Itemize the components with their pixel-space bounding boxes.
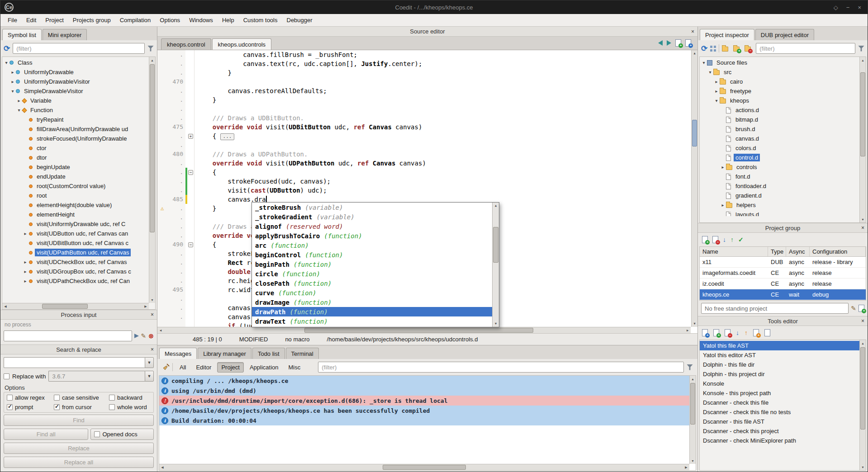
- symbol-tree-item[interactable]: root(CustomControl value): [2, 181, 149, 191]
- add-folder-icon[interactable]: +: [733, 47, 740, 52]
- new-tool-icon[interactable]: +: [713, 329, 719, 336]
- remove-project-icon[interactable]: −: [712, 236, 718, 243]
- tab-messages[interactable]: Messages: [159, 348, 197, 359]
- file-tree-item[interactable]: ▾Source files: [700, 58, 859, 67]
- symbol-tree-item[interactable]: ctor: [2, 143, 149, 153]
- replace-all-button[interactable]: Replace all: [4, 457, 154, 468]
- send-input-icon[interactable]: [134, 334, 139, 338]
- close-source-editor-icon[interactable]: ×: [691, 28, 694, 35]
- completion-item[interactable]: curve(function): [252, 288, 492, 297]
- editor-vscrollbar[interactable]: ▲▼: [691, 50, 697, 327]
- checkbox-from-cursor[interactable]: from cursor: [54, 404, 109, 411]
- find-button[interactable]: Find: [4, 415, 154, 426]
- column-header-name[interactable]: Name: [700, 247, 768, 256]
- new-document-icon[interactable]: +: [675, 39, 681, 47]
- symbol-tree-hscrollbar[interactable]: ◀▶: [2, 303, 149, 309]
- symbol-tree-item[interactable]: visit(UniformlyDrawable udc, ref C: [2, 219, 149, 229]
- pen-icon[interactable]: ✎: [141, 333, 147, 339]
- completion-item[interactable]: alignof(reserved word): [252, 222, 492, 231]
- replace-button[interactable]: Replace: [4, 443, 154, 454]
- menu-options[interactable]: Options: [155, 14, 185, 26]
- code-line[interactable]: . override void visit(UDPathButton udc, …: [157, 159, 691, 168]
- remove-tool-icon[interactable]: −: [725, 329, 730, 336]
- menu-projects-group[interactable]: Projects group: [68, 14, 115, 26]
- code-line[interactable]: 475 override void visit(UDBitButton udc,…: [157, 123, 691, 132]
- refresh-project-icon[interactable]: ⟳: [701, 45, 707, 52]
- checkbox-case-sensitive[interactable]: case sensitive: [54, 394, 109, 401]
- opened-docs-checkbox[interactable]: Opened docs: [90, 429, 154, 440]
- symbol-tree-item[interactable]: ▾Class: [2, 58, 149, 67]
- add-document-icon[interactable]: +: [685, 39, 691, 47]
- symbol-tree-item[interactable]: root: [2, 191, 149, 200]
- menu-edit[interactable]: Edit: [22, 14, 41, 26]
- folded-block[interactable]: ...: [220, 133, 235, 140]
- completion-item[interactable]: circle(function): [252, 269, 492, 278]
- file-tree-item[interactable]: ▸controls: [700, 162, 859, 172]
- file-tree-item[interactable]: brush.d: [700, 124, 859, 134]
- symbol-tree-item[interactable]: ▸visit(UDPathCheckBox udc, ref Can: [2, 276, 149, 286]
- column-header-type[interactable]: Type: [768, 247, 786, 256]
- symbol-tree-item[interactable]: visit(UDBitButton udc, ref Canvas c: [2, 238, 149, 248]
- file-tree-item[interactable]: ▸freetype: [700, 86, 859, 96]
- file-tree-item[interactable]: ▾kheops: [700, 96, 859, 105]
- tab-terminal[interactable]: Terminal: [286, 348, 319, 359]
- symbol-tree-item[interactable]: elementHeight(double value): [2, 200, 149, 210]
- window-maximize-button[interactable]: ◇: [834, 4, 838, 11]
- move-project-up-icon[interactable]: ↑: [730, 236, 734, 243]
- code-line[interactable]: . canvas.restoreAllDefaults;: [157, 86, 691, 95]
- symbol-tree-item[interactable]: endUpdate: [2, 172, 149, 181]
- completion-item[interactable]: drawText(function): [252, 316, 492, 326]
- message-row[interactable]: icompiling / ... /kheops/kheops.ce: [159, 376, 689, 386]
- replace-dropdown-icon[interactable]: ▼: [145, 371, 154, 382]
- symbol-tree-item[interactable]: visit(UDPathButton udc, ref Canvas: [2, 248, 149, 257]
- file-tree-item[interactable]: layouts.d: [700, 210, 859, 216]
- replace-with-checkbox[interactable]: [4, 373, 9, 379]
- project-row-imageformats-coedit[interactable]: imageformats.coeditCEasyncrelease: [700, 268, 866, 278]
- code-line[interactable]: . }: [157, 68, 691, 77]
- menu-custom-tools[interactable]: Custom tools: [239, 14, 282, 26]
- folder-icon[interactable]: [722, 47, 728, 52]
- tool-item-dscanner-check-this-file[interactable]: Dscanner - check this file: [700, 398, 859, 407]
- symbol-tree-vscrollbar[interactable]: ▲▼: [149, 57, 155, 303]
- menu-file[interactable]: File: [3, 14, 22, 26]
- filter-application-button[interactable]: Application: [246, 362, 283, 373]
- symbol-tree-item[interactable]: dtor: [2, 153, 149, 162]
- symbol-tree-item[interactable]: ▸visit(UDGroupBox udc, ref Canvas c: [2, 267, 149, 276]
- project-funnel-icon[interactable]: [858, 46, 864, 52]
- tab-dub-project-editor[interactable]: DUB project editor: [755, 29, 814, 40]
- async-mode-icon[interactable]: ✓: [738, 236, 744, 243]
- completion-item[interactable]: arc(function): [252, 241, 492, 250]
- replace-input[interactable]: [48, 371, 145, 382]
- message-row[interactable]: i/home/basile/dev/projects/kheops/kheops…: [159, 406, 689, 415]
- window-minimize-button[interactable]: −: [846, 4, 850, 11]
- tool-item-dolphin-this-file-dir[interactable]: Dolphin - this file dir: [700, 360, 859, 369]
- filter-editor-button[interactable]: Editor: [192, 362, 215, 373]
- find-all-button[interactable]: Find all: [4, 429, 88, 440]
- fold-marker-icon[interactable]: +: [188, 134, 193, 139]
- close-project-group-icon[interactable]: ×: [861, 225, 864, 231]
- file-tree-item[interactable]: colors.d: [700, 143, 859, 153]
- symbol-tree-item[interactable]: ▸Variable: [2, 96, 149, 105]
- completion-item[interactable]: drawPath(function): [252, 307, 492, 316]
- menu-windows[interactable]: Windows: [185, 14, 218, 26]
- close-search-icon[interactable]: ×: [151, 346, 154, 353]
- messages-filter-input[interactable]: [318, 362, 684, 373]
- tab-project-inspector[interactable]: Project inspector: [700, 29, 754, 40]
- refresh-symbols-icon[interactable]: ⟳: [4, 45, 10, 52]
- file-tree-item[interactable]: ▾src: [700, 67, 859, 77]
- tree-layout-icon[interactable]: [710, 46, 716, 52]
- symbol-tree-item[interactable]: strokeFocused(UniformlyDrawable: [2, 134, 149, 143]
- file-tree-item[interactable]: actions.d: [700, 105, 859, 115]
- edit-free-standing-icon[interactable]: ✎: [851, 305, 856, 312]
- cancel-process-icon[interactable]: ⊗: [148, 333, 154, 339]
- code-line[interactable]: . visit(cast(UDButton) udc);: [157, 186, 691, 195]
- symbol-tree-item[interactable]: ▸visit(UDButton udc, ref Canvas can: [2, 229, 149, 238]
- messages-hscrollbar[interactable]: ◀▶: [159, 464, 689, 470]
- project-filter-input[interactable]: [756, 43, 855, 54]
- tool-item-dscanner-check-this-file-no-tests[interactable]: Dscanner - check this file no tests: [700, 407, 859, 417]
- close-tools-editor-icon[interactable]: ×: [861, 318, 864, 324]
- next-document-icon[interactable]: [667, 40, 671, 46]
- menu-debugger[interactable]: Debugger: [282, 14, 317, 26]
- menu-project[interactable]: Project: [41, 14, 68, 26]
- fold-marker-icon[interactable]: −: [188, 170, 193, 175]
